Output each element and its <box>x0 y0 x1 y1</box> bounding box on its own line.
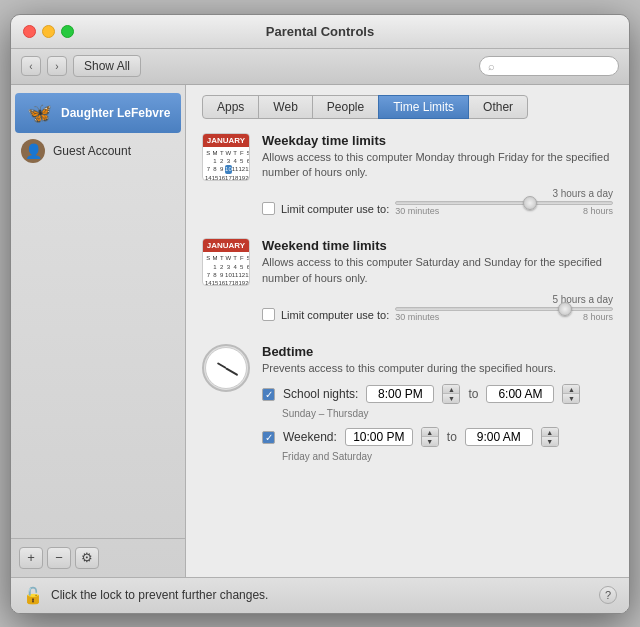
weekend-section: JANUARY SMTWTFS 123456 78910111213 14151… <box>202 238 613 326</box>
bedtime-weekend-end-stepper[interactable]: ▲ ▼ <box>541 427 559 447</box>
clock-face <box>205 347 247 389</box>
bedtime-weekend-sub: Friday and Saturday <box>282 451 613 462</box>
maximize-button[interactable] <box>61 25 74 38</box>
bedtime-weekend-end-input[interactable] <box>465 428 533 446</box>
weekend-title: Weekend time limits <box>262 238 613 253</box>
weekday-limit-label: Limit computer use to: <box>281 203 389 215</box>
weekday-slider-min: 30 minutes <box>395 206 439 216</box>
sidebar-list: 🦋 Daughter LeFebvre 👤 Guest Account <box>11 85 185 538</box>
bedtime-desc: Prevents access to this computer during … <box>262 361 613 376</box>
weekend-slider-track[interactable] <box>395 307 613 311</box>
traffic-lights <box>23 25 74 38</box>
help-button[interactable]: ? <box>599 586 617 604</box>
lock-icon[interactable]: 🔓 <box>23 586 43 605</box>
school-nights-end-stepper[interactable]: ▲ ▼ <box>562 384 580 404</box>
forward-button[interactable]: › <box>47 56 67 76</box>
school-nights-end-up[interactable]: ▲ <box>563 385 579 394</box>
bedtime-content: Bedtime Prevents access to this computer… <box>262 344 613 470</box>
weekend-slider-thumb[interactable] <box>558 302 572 316</box>
tab-people[interactable]: People <box>312 95 379 119</box>
sidebar-label-daughter: Daughter LeFebvre <box>61 106 170 120</box>
toolbar: ‹ › Show All ⌕ <box>11 49 629 85</box>
weekday-slider-container: 30 minutes 8 hours <box>395 201 613 216</box>
tab-web[interactable]: Web <box>258 95 312 119</box>
tab-other[interactable]: Other <box>468 95 528 119</box>
bedtime-weekend-start-input[interactable] <box>345 428 413 446</box>
weekday-checkbox[interactable] <box>262 202 275 215</box>
window-title: Parental Controls <box>266 24 374 39</box>
main-window: Parental Controls ‹ › Show All ⌕ 🦋 Daugh… <box>10 14 630 614</box>
tab-apps[interactable]: Apps <box>202 95 259 119</box>
bedtime-weekend-start-down[interactable]: ▼ <box>422 437 438 446</box>
weekend-slider-container: 30 minutes 8 hours <box>395 307 613 322</box>
weekday-slider-labels: 30 minutes 8 hours <box>395 206 613 216</box>
school-nights-start-stepper[interactable]: ▲ ▼ <box>442 384 460 404</box>
school-nights-start-input[interactable] <box>366 385 434 403</box>
school-nights-end-down[interactable]: ▼ <box>563 394 579 403</box>
sidebar-bottom: + − ⚙ <box>11 538 185 577</box>
school-nights-sub: Sunday – Thursday <box>282 408 613 419</box>
weekday-limit-row: Limit computer use to: 30 minutes 8 hour… <box>262 201 613 216</box>
weekend-content: Weekend time limits Allows access to thi… <box>262 238 613 326</box>
weekend-limit-label: Limit computer use to: <box>281 309 389 321</box>
weekday-desc: Allows access to this computer Monday th… <box>262 150 613 181</box>
weekday-slider-track[interactable] <box>395 201 613 205</box>
search-box[interactable]: ⌕ <box>479 56 619 76</box>
school-nights-to: to <box>468 387 478 401</box>
bedtime-weekend-start-up[interactable]: ▲ <box>422 428 438 437</box>
bedtime-section: Bedtime Prevents access to this computer… <box>202 344 613 470</box>
bedtime-clock-icon <box>202 344 250 392</box>
weekday-slider-max: 8 hours <box>583 206 613 216</box>
bedtime-weekend-checkbox[interactable] <box>262 431 275 444</box>
close-button[interactable] <box>23 25 36 38</box>
school-nights-end-input[interactable] <box>486 385 554 403</box>
weekend-slider-labels: 30 minutes 8 hours <box>395 312 613 322</box>
school-nights-start-up[interactable]: ▲ <box>443 385 459 394</box>
minimize-button[interactable] <box>42 25 55 38</box>
titlebar: Parental Controls <box>11 15 629 49</box>
school-nights-start-down[interactable]: ▼ <box>443 394 459 403</box>
bottom-bar: 🔓 Click the lock to prevent further chan… <box>11 577 629 613</box>
search-input[interactable] <box>499 59 610 73</box>
weekend-limit-row: Limit computer use to: 30 minutes 8 hour… <box>262 307 613 322</box>
bedtime-weekend-start-stepper[interactable]: ▲ ▼ <box>421 427 439 447</box>
sidebar: 🦋 Daughter LeFebvre 👤 Guest Account + − … <box>11 85 186 577</box>
back-button[interactable]: ‹ <box>21 56 41 76</box>
weekend-calendar-icon: JANUARY SMTWTFS 123456 78910111213 14151… <box>202 238 250 286</box>
school-nights-row: School nights: ▲ ▼ to ▲ ▼ <box>262 384 613 404</box>
tabs-bar: Apps Web People Time Limits Other <box>202 95 613 119</box>
weekday-section: JANUARY SMTWTFS 123456 78910111213 14151… <box>202 133 613 221</box>
weekend-slider-max: 8 hours <box>583 312 613 322</box>
right-panel: Apps Web People Time Limits Other JANUAR… <box>186 85 629 577</box>
sidebar-label-guest: Guest Account <box>53 144 131 158</box>
sidebar-item-daughter[interactable]: 🦋 Daughter LeFebvre <box>15 93 181 133</box>
school-nights-checkbox[interactable] <box>262 388 275 401</box>
remove-account-button[interactable]: − <box>47 547 71 569</box>
bedtime-weekend-end-up[interactable]: ▲ <box>542 428 558 437</box>
bedtime-weekend-end-down[interactable]: ▼ <box>542 437 558 446</box>
main-content: 🦋 Daughter LeFebvre 👤 Guest Account + − … <box>11 85 629 577</box>
bedtime-title: Bedtime <box>262 344 613 359</box>
user-avatar-guest: 👤 <box>21 139 45 163</box>
tab-time-limits[interactable]: Time Limits <box>378 95 469 119</box>
weekday-slider-value: 3 hours a day <box>262 188 613 199</box>
weekday-calendar-icon: JANUARY SMTWTFS 123456 78910111213 14151… <box>202 133 250 181</box>
bedtime-weekend-label: Weekend: <box>283 430 337 444</box>
lock-text: Click the lock to prevent further change… <box>51 588 268 602</box>
weekend-checkbox[interactable] <box>262 308 275 321</box>
weekend-desc: Allows access to this computer Saturday … <box>262 255 613 286</box>
show-all-button[interactable]: Show All <box>73 55 141 77</box>
school-nights-label: School nights: <box>283 387 358 401</box>
sidebar-item-guest[interactable]: 👤 Guest Account <box>11 133 185 169</box>
settings-button[interactable]: ⚙ <box>75 547 99 569</box>
clock-minute-hand <box>226 367 239 375</box>
bedtime-weekend-to: to <box>447 430 457 444</box>
weekday-content: Weekday time limits Allows access to thi… <box>262 133 613 221</box>
user-avatar-daughter: 🦋 <box>25 99 53 127</box>
search-icon: ⌕ <box>488 60 495 72</box>
bedtime-weekend-row: Weekend: ▲ ▼ to ▲ ▼ <box>262 427 613 447</box>
add-account-button[interactable]: + <box>19 547 43 569</box>
weekend-slider-min: 30 minutes <box>395 312 439 322</box>
weekday-title: Weekday time limits <box>262 133 613 148</box>
